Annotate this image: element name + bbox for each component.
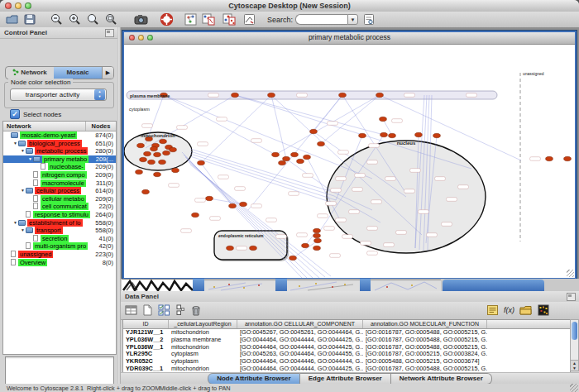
table-column-header[interactable]: ID [123,320,169,328]
unselect-attributes-icon[interactable] [175,304,185,317]
tree-row[interactable]: macromolecule311(0) [3,179,116,188]
float-data-panel-icon[interactable] [567,293,576,301]
tab-network[interactable]: Network [6,67,54,79]
network-node[interactable] [268,93,275,97]
tree-expander-icon[interactable]: ▼ [20,227,26,235]
network-node[interactable] [380,132,388,136]
network-node[interactable] [272,152,280,156]
network-node[interactable] [415,132,423,136]
tree-expander-icon[interactable]: ▼ [20,147,26,155]
network-node[interactable] [283,156,290,160]
tree-row[interactable]: ▼metabolic process280(0) [3,147,116,155]
network-node[interactable] [376,93,384,97]
network-node[interactable] [206,196,213,200]
zoom-in-icon[interactable] [68,13,81,26]
network-node[interactable] [232,93,239,97]
tree-row[interactable]: cell communicat22(0) [3,203,116,211]
network-node[interactable] [142,189,150,194]
formula-fx-icon[interactable]: f(x) [504,304,514,317]
node-color-dropdown[interactable]: transporter activity ▲▼ [10,88,107,101]
overlay-network-icon-3[interactable] [223,13,236,26]
search-input[interactable] [295,14,347,25]
tree-expander-icon[interactable]: ▼ [20,187,26,195]
tree-expander-icon[interactable]: ▼ [12,219,18,227]
tab-overflow-arrow[interactable]: ▶ [102,67,113,79]
tree-column-network[interactable]: Network [3,122,86,131]
save-session-icon[interactable] [24,13,36,26]
notes-icon[interactable] [486,304,499,317]
network-node[interactable] [198,160,205,165]
tree-row[interactable]: response to stimulu264(0) [3,211,116,219]
network-node[interactable] [192,213,199,217]
table-column-header[interactable]: _cellularLayoutRegion [169,320,237,328]
network-node[interactable] [359,133,366,137]
open-session-icon[interactable] [6,13,19,26]
tree-row[interactable]: secretion41(0) [3,235,116,243]
network-node[interactable] [229,203,237,208]
network-node[interactable] [433,133,441,137]
network-node[interactable] [240,202,247,206]
zoom-fit-icon[interactable] [104,13,117,26]
scrollbar-arrows[interactable]: ▲▼ [571,360,578,370]
help-ring-icon[interactable] [160,13,173,26]
tree-row[interactable]: ▼transport558(0) [3,227,116,235]
network-node[interactable] [279,160,286,165]
zoom-out-icon[interactable] [50,13,63,26]
zoom-selected-icon[interactable] [86,13,99,26]
select-nodes-checkbox[interactable]: ✓ [10,109,20,119]
tree-row[interactable]: multi-organism pro42(0) [3,242,116,251]
select-attributes-icon[interactable] [158,304,170,317]
network-node[interactable] [136,170,143,174]
network-node[interactable] [250,246,257,250]
network-node[interactable] [313,246,321,250]
tree-row[interactable]: ▼biological_process651(0) [3,140,116,148]
tree-row[interactable]: nucleobase-209(0) [3,163,116,171]
tree-row[interactable]: ▼primary metabo209(... [3,155,116,164]
search-dropdown-button[interactable]: ▼ [347,14,358,25]
attribute-table-icon[interactable] [125,304,137,317]
network-window-resize-grip[interactable] [567,270,574,277]
network-node[interactable] [140,157,147,161]
table-row[interactable]: YPL036W__2plasma membrane[GO:0044464, GO… [123,337,570,344]
network-node[interactable] [339,93,347,97]
network-node[interactable] [302,243,309,247]
network-node[interactable] [144,151,151,155]
network-node[interactable] [297,159,304,163]
table-column-header[interactable]: annotation.GO CELLULAR_COMPONENT [237,320,363,328]
tab-mosaic[interactable]: Mosaic [54,67,102,79]
application-resize-grip[interactable] [570,384,578,392]
network-node[interactable] [380,117,387,121]
float-panel-icon[interactable] [105,29,114,37]
network-node[interactable] [163,151,170,155]
network-node[interactable] [148,160,156,164]
overlay-network-icon-1[interactable] [184,13,197,26]
snapshot-camera-icon[interactable] [134,13,148,26]
tree-row[interactable]: cellular metabo209(0) [3,195,116,203]
tree-row[interactable]: unassigned223(0) [3,251,116,259]
tree-expander-icon[interactable]: ▼ [12,140,18,148]
tree-column-nodes[interactable]: Nodes [86,122,116,131]
tree-row[interactable]: ▼cellular process614(0) [3,187,116,195]
table-column-header[interactable] [487,320,570,328]
network-node[interactable] [290,256,297,260]
network-node[interactable] [314,238,322,242]
network-node[interactable] [304,155,311,159]
background-window-titlebar[interactable] [443,280,544,291]
network-node[interactable] [318,141,325,146]
network-node[interactable] [313,228,321,232]
network-node[interactable] [310,129,318,133]
background-window-edge[interactable] [193,279,204,291]
background-window-edge[interactable] [275,279,287,291]
network-node[interactable] [154,172,161,176]
network-node[interactable] [170,147,177,151]
network-node[interactable] [159,160,166,164]
attribute-table-scrollbar[interactable]: ▲▼ [570,319,579,371]
tree-row[interactable]: mosaic-demo-yeast874(0) [3,131,116,140]
network-window-titlebar[interactable]: primary metabolic process [124,32,575,45]
network-node[interactable] [151,146,158,151]
tab-node-attribute-browser[interactable]: Node Attribute Browser [208,373,300,385]
annotation-icon[interactable] [243,13,256,26]
table-row[interactable]: YPL036W__1mitochondrion[GO:0044464, GO:0… [123,344,570,351]
network-node[interactable] [546,156,553,160]
tree-row[interactable]: ▼establishment of lo558(0) [3,219,116,227]
